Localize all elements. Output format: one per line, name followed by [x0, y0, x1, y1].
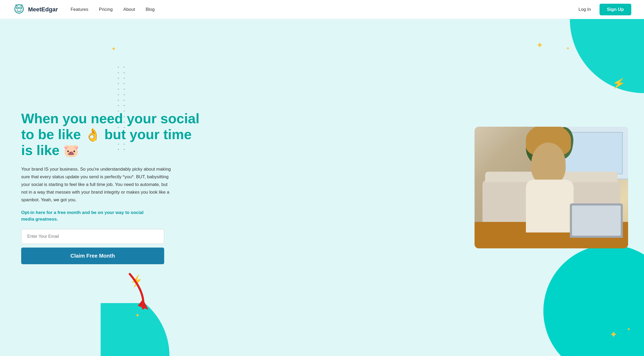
login-link[interactable]: Log In: [579, 7, 591, 12]
sparkle-6: ✦: [627, 326, 631, 332]
hero-body-text: Your brand IS your business. So you're u…: [21, 166, 175, 204]
headline-connector: but your time: [104, 127, 191, 142]
person-body: [526, 180, 574, 232]
svg-point-1: [16, 7, 19, 9]
nav-blog[interactable]: Blog: [146, 7, 155, 12]
logo-text: MeetEdgar: [28, 6, 58, 13]
nav-features[interactable]: Features: [70, 7, 88, 12]
nav-about[interactable]: About: [123, 7, 135, 12]
signup-button[interactable]: Sign Up: [600, 4, 631, 15]
logo[interactable]: MeetEdgar: [13, 3, 58, 16]
headline-line3: is like: [21, 143, 60, 158]
laptop: [570, 203, 623, 238]
nav-pricing[interactable]: Pricing: [99, 7, 113, 12]
sparkle-5: ✦: [610, 329, 618, 340]
headline-line2: to be like: [21, 127, 81, 142]
hero-right: [337, 127, 628, 248]
nav-right: Log In Sign Up: [579, 4, 631, 15]
headline-line1: When you need your social: [21, 111, 199, 126]
hero-headline: When you need your social to be like 👌 b…: [21, 111, 337, 158]
nav-links: Features Pricing About Blog: [70, 7, 578, 12]
email-input[interactable]: [21, 229, 164, 244]
svg-point-0: [15, 5, 23, 13]
laptop-screen: [572, 206, 621, 236]
logo-icon: [13, 3, 25, 16]
navigation: MeetEdgar Features Pricing About Blog Lo…: [0, 0, 644, 19]
sparkle-1: ✦: [111, 45, 116, 52]
hero-optin-text: Opt-in here for a free month and be on y…: [21, 209, 148, 223]
sparkle-3: ✦: [566, 45, 570, 51]
cta-button[interactable]: Claim Free Month: [21, 248, 164, 264]
lightning-icon-2: ⚡: [611, 76, 626, 91]
hero-image: [475, 127, 628, 248]
hero-left: When you need your social to be like 👌 b…: [21, 111, 337, 264]
svg-point-3: [570, 19, 644, 93]
emoji-ok-hand: 👌: [85, 127, 101, 142]
hero-section: ✦ ✦ ✦ ✦ ✦ ✦ ⚡ ⚡: [0, 19, 644, 356]
person-head: [531, 143, 566, 185]
svg-point-2: [20, 7, 22, 9]
emoji-piggy: 🐷: [63, 143, 79, 158]
sparkle-2: ✦: [536, 40, 543, 50]
red-arrow: [122, 271, 159, 308]
teal-curve-top-right: [554, 19, 644, 109]
